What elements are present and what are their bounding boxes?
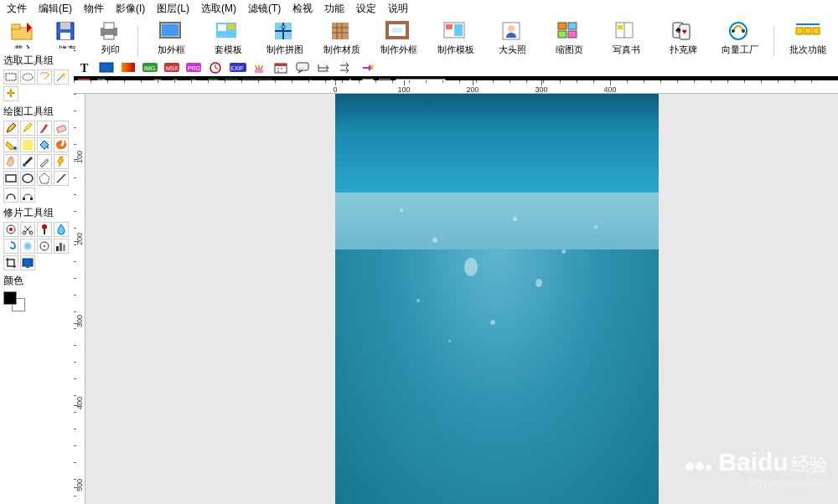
menu-image[interactable]: 影像(I) [116,2,145,16]
svg-rect-11 [218,24,226,31]
cake-button[interactable] [251,61,268,75]
tool-highlighter[interactable] [20,121,35,136]
svg-point-51 [255,64,256,66]
tool-fill[interactable] [37,137,52,152]
menu-file[interactable]: 文件 [7,2,27,16]
svg-rect-8 [160,23,180,38]
tool-line[interactable] [54,171,69,186]
MSK-button[interactable]: MSK [164,61,181,75]
maketemplate-button[interactable]: 制作模板 [431,19,481,56]
tool-wand[interactable] [54,69,69,85]
writebook-button[interactable]: 写真书 [602,19,652,56]
menu-help[interactable]: 说明 [388,2,408,16]
batch-button[interactable]: 批次功能 [783,19,833,56]
svg-rect-79 [6,175,16,182]
tool-pin[interactable] [37,222,52,237]
calendar-button[interactable] [273,61,290,75]
toolbar-label: 制作拼图 [266,44,303,56]
T-button[interactable]: T [77,61,94,75]
tool-yellow[interactable] [20,137,35,152]
tool-eyedrop[interactable] [20,154,35,169]
tool-eraser[interactable] [54,121,69,136]
tool-blur[interactable] [20,239,35,254]
idphoto-icon [499,19,526,43]
tool-whirl[interactable] [3,239,18,254]
tool-circle[interactable] [20,171,35,186]
tool-sparkle[interactable] [3,86,18,101]
menu-view[interactable]: 检视 [292,2,313,16]
puzzle-button[interactable]: 制作拼图 [260,19,310,56]
svg-point-91 [44,245,45,247]
menu-settings[interactable]: 设定 [356,2,376,16]
svg-point-14 [282,25,285,28]
svg-rect-12 [228,24,235,29]
svg-point-22 [508,25,515,32]
tool-levels[interactable] [54,239,69,254]
tool-anchor[interactable] [20,188,35,203]
arrows-button[interactable] [317,61,334,75]
tool-hand[interactable] [3,154,18,169]
poker-button[interactable]: ♣♥扑克牌 [658,19,708,56]
menu-function[interactable]: 功能 [324,2,344,16]
menu-object[interactable]: 物件 [84,2,104,16]
template-button[interactable]: 套模板 [204,19,254,56]
color-picker[interactable] [3,291,27,311]
tool-lasso[interactable] [37,69,52,85]
svg-rect-7 [104,34,114,39]
tool-panel: 选取工具组 绘图工具组 修片工具组 颜色 [0,49,74,313]
gradient-button[interactable] [121,61,137,75]
canvas-area[interactable] [85,94,838,504]
menu-edit[interactable]: 编辑(E) [39,2,72,16]
tool-brush[interactable] [37,121,52,136]
tool-ellipse[interactable] [20,69,35,85]
clock-button[interactable] [208,61,225,75]
menu-bar: 文件 编辑(E) 物件 影像(I) 图层(L) 选取(M) 滤镜(T) 检视 功… [0,0,838,18]
menu-layer[interactable]: 图层(L) [157,2,189,16]
tool-crop[interactable] [3,255,18,270]
vector-icon [727,19,753,43]
svg-rect-40 [100,63,113,72]
PRG-button[interactable]: PRG [186,61,203,75]
tool-poly[interactable] [37,171,52,186]
addframe-button[interactable]: 加外框 [147,19,197,56]
material-button[interactable]: 制作材质 [317,19,367,56]
tool-drop[interactable] [54,222,69,237]
makeframe-button[interactable]: 制作外框 [374,19,424,56]
tool-redeye[interactable] [3,222,18,237]
vector-button[interactable]: 向量工厂 [715,19,765,56]
tool-rect-marquee[interactable] [3,69,18,85]
svg-rect-96 [26,266,29,268]
ruler-vertical: 100200300400500600 [74,94,85,504]
menu-filter[interactable]: 滤镜(T) [248,2,281,16]
tool-bolt[interactable] [54,154,69,169]
svg-rect-36 [796,28,803,34]
tool-pencil[interactable] [3,121,18,136]
toolbar-label: 制作材质 [323,44,360,56]
tool-spot[interactable] [37,239,52,254]
tool-curve[interactable] [3,188,18,203]
svg-rect-77 [23,140,33,150]
tool-fire[interactable] [54,137,69,152]
print-button[interactable]: 列印 [92,19,129,56]
tool-flood[interactable] [3,137,18,152]
star-arrow-button[interactable] [360,61,377,75]
tool-rect[interactable] [3,171,18,186]
tool-scissors[interactable] [20,222,35,237]
thumbnail-button[interactable]: 缩图页 [545,19,595,56]
svg-text:♣: ♣ [675,25,681,34]
IMG-button[interactable]: IMG [142,61,159,75]
arrow2-button[interactable] [339,61,355,75]
group-color-title: 颜色 [3,274,70,288]
tool-knife[interactable] [37,154,52,169]
svg-point-84 [9,228,13,231]
speech-button[interactable]: ... [295,61,312,75]
tool-screen2[interactable] [20,255,35,270]
menu-select[interactable]: 选取(M) [201,2,236,16]
screen-button[interactable] [99,61,116,75]
idphoto-button[interactable]: 大头照 [488,19,538,56]
secondary-toolbar: TIMGMSKPRGEXIF... [0,59,838,76]
template-icon [215,19,241,43]
svg-rect-81 [23,198,25,200]
EXIF-button[interactable]: EXIF [230,61,246,75]
svg-rect-95 [23,259,33,266]
